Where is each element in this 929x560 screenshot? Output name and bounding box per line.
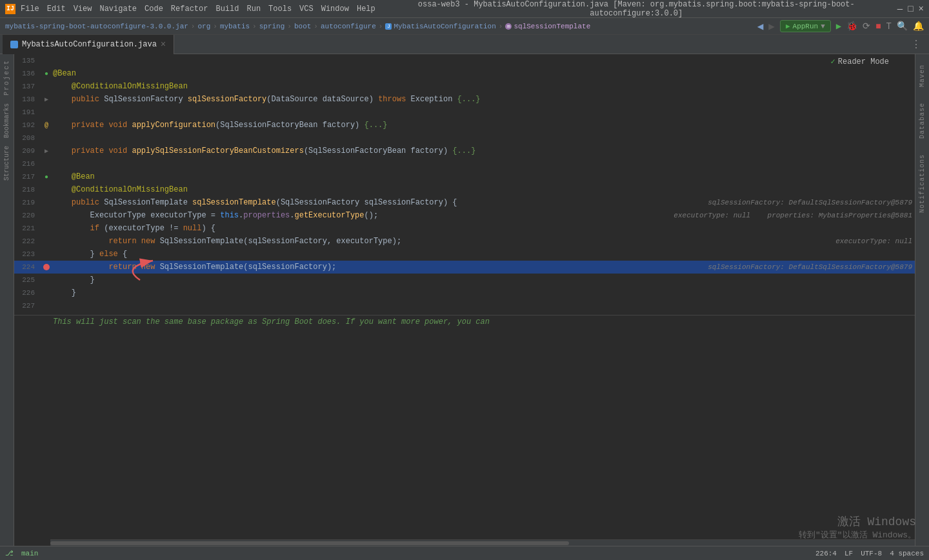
breadcrumb-org[interactable]: org	[197, 23, 210, 30]
menu-file[interactable]: File	[21, 5, 39, 14]
breadcrumb-autoconfigure[interactable]: autoconfigure	[321, 23, 376, 30]
code-line-136: 136 ● @Bean	[14, 67, 915, 80]
horizontal-scrollbar[interactable]	[50, 539, 915, 546]
indent[interactable]: 4 spaces	[890, 550, 924, 557]
debug-icon[interactable]: 🐞	[846, 21, 857, 32]
menu-help[interactable]: Help	[357, 5, 375, 14]
menu-build[interactable]: Build	[215, 5, 239, 14]
encoding[interactable]: UTF-8	[861, 550, 882, 557]
menu-window[interactable]: Window	[321, 5, 349, 14]
notifications-icon[interactable]: 🔔	[913, 21, 924, 32]
breadcrumb-boot[interactable]: boot	[294, 23, 311, 30]
code-line-221: 221 if (executorType != null) {	[14, 222, 915, 235]
menu-bar[interactable]: File Edit View Navigate Code Refactor Bu…	[21, 5, 375, 14]
stop-icon[interactable]: ■	[875, 21, 881, 32]
menu-run[interactable]: Run	[246, 5, 261, 14]
breadcrumb-bar: mybatis-spring-boot-autoconfigure-3.0.0.…	[0, 18, 929, 35]
right-controls: ◀ ▶ ▶ AppRun ▼ ▶ 🐞 ⟳ ■ T 🔍 🔔	[757, 20, 924, 33]
breadcrumb-file[interactable]: J MybatisAutoConfiguration	[385, 23, 495, 30]
right-sidebar: Maven Database Notifications	[915, 54, 929, 546]
search-icon[interactable]: 🔍	[897, 21, 908, 32]
run-indicator-136: ●	[45, 70, 48, 77]
breadcrumb-method[interactable]: m sqlSessionTemplate	[505, 23, 590, 30]
git-branch[interactable]: main	[21, 550, 38, 557]
code-line-192: 192 @ private void applyConfiguration(Sq…	[14, 119, 915, 132]
code-line-218: 218 @ConditionalOnMissingBean	[14, 183, 915, 196]
java-file-icon	[10, 41, 18, 48]
code-line-220: 220 ExecutorType executorType = this.pro…	[14, 209, 915, 222]
maximize-button[interactable]: □	[908, 4, 913, 14]
run-icon[interactable]: ▶	[836, 21, 841, 32]
code-line-224: 224 return new SqlSessionTemplate(sqlSes…	[14, 261, 915, 274]
translate-icon[interactable]: T	[886, 21, 892, 32]
tab-mybatis-config[interactable]: MybatisAutoConfiguration.java ×	[3, 35, 174, 54]
database-label[interactable]: Database	[919, 97, 926, 144]
tab-more-button[interactable]: ⋮	[906, 38, 926, 51]
structure-icon[interactable]: Structure	[3, 143, 10, 183]
code-line-216: 216	[14, 157, 915, 170]
status-bar: ⎇ main 226:4 LF UTF-8 4 spaces	[0, 546, 929, 560]
breadcrumb-jar[interactable]: mybatis-spring-boot-autoconfigure-3.0.0.…	[5, 23, 188, 30]
more-run-options[interactable]: ⟳	[863, 21, 870, 32]
code-line-217: 217 ● @Bean	[14, 170, 915, 183]
back-arrow[interactable]: ◀	[757, 20, 764, 33]
title-bar: IJ File Edit View Navigate Code Refactor…	[0, 0, 929, 18]
minimize-button[interactable]: —	[897, 4, 903, 14]
code-line-comment: This will just scan the same base packag…	[14, 315, 915, 328]
notifications-label[interactable]: Notifications	[919, 149, 926, 218]
code-line-219: 219 public SqlSessionTemplate sqlSession…	[14, 196, 915, 209]
status-right: 226:4 LF UTF-8 4 spaces	[815, 550, 924, 557]
tab-label: MybatisAutoConfiguration.java	[22, 40, 157, 49]
code-line-222: 222 return new SqlSessionTemplate(sqlSes…	[14, 235, 915, 248]
maven-label[interactable]: Maven	[919, 59, 926, 92]
breadcrumb-mybatis[interactable]: mybatis	[220, 23, 250, 30]
project-icon[interactable]: Project	[3, 57, 10, 98]
status-left: ⎇ main	[5, 549, 38, 557]
code-line-226: 226 }	[14, 286, 915, 299]
app-icon: IJ	[5, 4, 15, 14]
main-layout: Project Bookmarks Structure ✓ Reader Mod…	[0, 54, 929, 546]
breadcrumb-spring[interactable]: spring	[259, 23, 285, 30]
code-line-137: 137 @ConditionalOnMissingBean	[14, 80, 915, 93]
git-icon[interactable]: ⎇	[5, 549, 14, 557]
code-line-225: 225 }	[14, 274, 915, 286]
left-sidebar: Project Bookmarks Structure	[0, 54, 14, 546]
menu-view[interactable]: View	[74, 5, 92, 14]
tab-bar: MybatisAutoConfiguration.java × ⋮	[0, 35, 929, 54]
breakpoint-indicator	[43, 264, 50, 270]
menu-refactor[interactable]: Refactor	[171, 5, 208, 14]
close-button[interactable]: ×	[919, 4, 924, 14]
code-line-208: 208	[14, 132, 915, 145]
code-editor[interactable]: 135 136 ● @Bean 137 @ConditionalOnMissin…	[14, 54, 915, 546]
code-line-209: 209 ▶ private void applySqlSessionFactor…	[14, 145, 915, 157]
run-button[interactable]: ▶ AppRun ▼	[780, 20, 831, 32]
bookmarks-icon[interactable]: Bookmarks	[3, 101, 10, 141]
menu-edit[interactable]: Edit	[47, 5, 66, 14]
code-line-138: 138 ▶ public SqlSessionFactory sqlSessio…	[14, 93, 915, 106]
menu-vcs[interactable]: VCS	[299, 5, 314, 14]
line-separator[interactable]: LF	[844, 550, 853, 557]
menu-navigate[interactable]: Navigate	[99, 5, 137, 14]
window-title: ossa-web3 - MybatisAutoConfiguration.jav…	[381, 0, 892, 18]
forward-arrow[interactable]: ▶	[768, 20, 775, 33]
code-line-191: 191	[14, 106, 915, 119]
menu-code[interactable]: Code	[145, 5, 163, 14]
cursor-position[interactable]: 226:4	[815, 550, 837, 557]
menu-tools[interactable]: Tools	[268, 5, 292, 14]
tab-close-button[interactable]: ×	[161, 39, 166, 50]
code-line-227: 227	[14, 299, 915, 312]
window-controls[interactable]: — □ ×	[897, 4, 924, 14]
code-line-223: 223 } else {	[14, 248, 915, 261]
code-line-135: 135	[14, 54, 915, 67]
editor-area: ✓ Reader Mode 135 136 ● @Bean 137 @Condi…	[14, 54, 915, 546]
